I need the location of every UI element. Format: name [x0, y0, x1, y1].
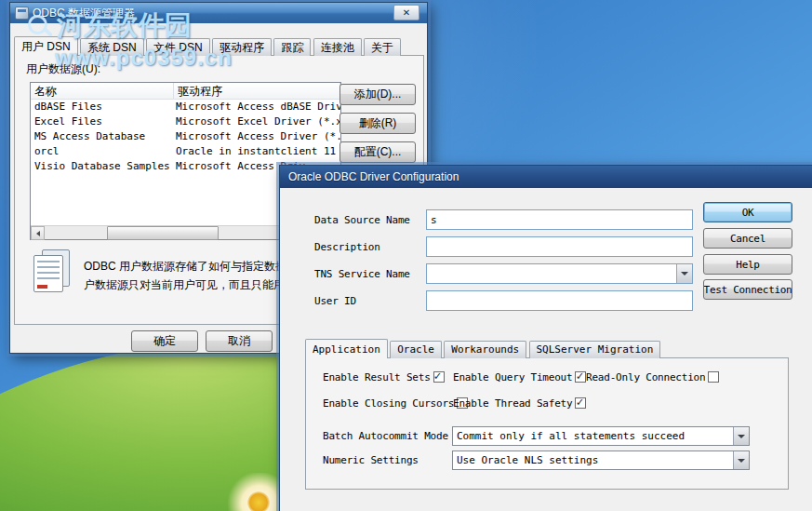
numeric-settings-label: Numeric Settings: [323, 454, 419, 466]
dsn-name: orcl: [31, 144, 174, 159]
dsn-driver: Oracle in instantclient 11 2: [174, 144, 340, 159]
configure-button[interactable]: 配置(C)...: [339, 141, 416, 163]
tns-service-name-combo[interactable]: [426, 263, 693, 284]
remove-button[interactable]: 删除(R): [339, 113, 416, 134]
scroll-left-button[interactable]: [31, 226, 45, 240]
tab-file-dsn[interactable]: 文件 DSN: [146, 38, 210, 56]
chevron-down-icon: [738, 435, 745, 438]
tns-service-name-label: TNS Service Name: [314, 268, 410, 280]
dsn-driver: Microsoft Access dBASE Driver: [174, 100, 340, 114]
enable-result-sets-checkbox[interactable]: [433, 371, 445, 383]
odbc-tab-strip: 用户 DSN 系统 DSN 文件 DSN 驱动程序 跟踪 连接池 关于: [14, 36, 400, 56]
read-only-connection-checkbox[interactable]: [708, 371, 719, 383]
dsn-name: dBASE Files: [31, 100, 174, 114]
odbc-close-button[interactable]: ✕: [393, 5, 419, 20]
add-button[interactable]: 添加(D)...: [339, 84, 416, 105]
enable-result-sets-label: Enable Result Sets: [323, 371, 431, 383]
batch-autocommit-mode-label: Batch Autocommit Mode: [323, 430, 448, 442]
dsn-name: Visio Database Samples: [31, 159, 174, 174]
tab-user-dsn[interactable]: 用户 DSN: [14, 36, 78, 56]
datasource-card-front: [33, 255, 63, 292]
chevron-down-icon: [738, 459, 745, 463]
odbc-cancel-button[interactable]: 取消: [206, 330, 273, 352]
tab-sqlserver-migration[interactable]: SQLServer Migration: [529, 341, 661, 358]
odbc-info-line2: 户数据源只对当前用户可见，而且只能用: [84, 277, 285, 293]
enable-thread-safety-label: Enable Thread Safety: [453, 397, 572, 410]
enable-closing-cursors-label: Enable Closing Cursors: [323, 397, 454, 410]
dsn-name: MS Access Database: [31, 129, 174, 144]
numeric-dropdown-button[interactable]: [733, 451, 749, 469]
chevron-down-icon: [681, 272, 688, 276]
user-dsn-label: 用户数据源(U):: [26, 61, 100, 77]
tab-about[interactable]: 关于: [364, 38, 401, 56]
numeric-settings-dropdown[interactable]: Use Oracle NLS settings: [452, 450, 750, 470]
tab-drivers[interactable]: 驱动程序: [212, 38, 272, 56]
numeric-settings-value: Use Oracle NLS settings: [457, 451, 730, 469]
desktop: 河东软件园 www.pc0359.cn ODBC 数据源管理器 ✕ 用户 DSN…: [0, 0, 812, 511]
read-only-connection-label: Read-Only Connection: [586, 371, 705, 383]
dsn-row[interactable]: MS Access Database Microsoft Access Driv…: [31, 129, 340, 144]
user-id-input[interactable]: [426, 290, 693, 311]
tab-connection-pooling[interactable]: 连接池: [313, 38, 362, 56]
tab-system-dsn[interactable]: 系统 DSN: [80, 38, 144, 56]
enable-thread-safety-checkbox[interactable]: [575, 397, 586, 409]
dsn-driver: Microsoft Excel Driver (*.xls,: [174, 114, 340, 129]
data-source-name-label: Data Source Name: [314, 214, 410, 226]
odbc-app-icon: [15, 7, 29, 20]
dsn-name: Excel Files: [31, 114, 174, 129]
data-source-name-input[interactable]: [426, 209, 693, 230]
close-icon: ✕: [403, 7, 410, 18]
odbc-titlebar[interactable]: ODBC 数据源管理器 ✕: [10, 3, 427, 23]
batch-autocommit-mode-value: Commit only if all statements succeed: [457, 427, 730, 445]
read-only-connection: Read-Only Connection: [586, 370, 719, 383]
description-input[interactable]: [426, 236, 693, 257]
oracle-dialog: Oracle ODBC Driver Configuration Data So…: [279, 165, 812, 511]
dsn-row[interactable]: dBASE Files Microsoft Access dBASE Drive…: [31, 100, 340, 114]
application-tab-page: Enable Result Sets Enable Query Timeout …: [305, 357, 789, 490]
description-label: Description: [314, 241, 380, 253]
ok-button[interactable]: OK: [703, 202, 792, 222]
oracle-tab-strip: Application Oracle Workarounds SQLServer…: [305, 339, 659, 358]
user-id-label: User ID: [314, 295, 356, 307]
batch-dropdown-button[interactable]: [733, 427, 749, 445]
test-connection-button[interactable]: Test Connection: [703, 279, 792, 300]
tab-workarounds[interactable]: Workarounds: [444, 341, 526, 358]
tab-oracle[interactable]: Oracle: [390, 341, 442, 358]
scroll-left-icon: [36, 231, 40, 236]
enable-query-timeout-label: Enable Query Timeout: [453, 371, 572, 383]
oracle-titlebar[interactable]: Oracle ODBC Driver Configuration: [280, 166, 812, 188]
cancel-button[interactable]: Cancel: [703, 228, 792, 249]
dsn-list-header: 名称 驱动程序: [31, 83, 340, 100]
column-header-driver[interactable]: 驱动程序: [174, 83, 340, 99]
column-header-name[interactable]: 名称: [31, 83, 174, 99]
dsn-driver: Microsoft Access Driver (*.mdb: [174, 129, 340, 144]
odbc-ok-button[interactable]: 确定: [131, 330, 198, 352]
dsn-row[interactable]: orcl Oracle in instantclient 11 2: [31, 144, 340, 159]
tab-tracing[interactable]: 跟踪: [273, 38, 311, 56]
help-button[interactable]: Help: [703, 254, 792, 275]
enable-query-timeout: Enable Query Timeout: [453, 370, 586, 383]
enable-thread-safety: Enable Thread Safety: [453, 397, 586, 410]
enable-query-timeout-checkbox[interactable]: [575, 371, 586, 383]
tab-application[interactable]: Application: [305, 339, 388, 358]
odbc-title: ODBC 数据源管理器: [33, 6, 135, 21]
tns-dropdown-button[interactable]: [676, 264, 692, 283]
batch-autocommit-mode-dropdown[interactable]: Commit only if all statements succeed: [452, 426, 750, 446]
oracle-title: Oracle ODBC Driver Configuration: [288, 170, 459, 183]
dsn-row[interactable]: Excel Files Microsoft Excel Driver (*.xl…: [31, 114, 340, 129]
enable-closing-cursors: Enable Closing Cursors: [323, 397, 468, 410]
odbc-info-line1: ODBC 用户数据源存储了如何与指定数据提: [84, 259, 298, 275]
enable-result-sets: Enable Result Sets: [323, 370, 445, 383]
odbc-datasource-icon: [33, 249, 74, 294]
tns-service-name-input[interactable]: [427, 264, 675, 283]
scrollbar-thumb[interactable]: [107, 226, 219, 240]
